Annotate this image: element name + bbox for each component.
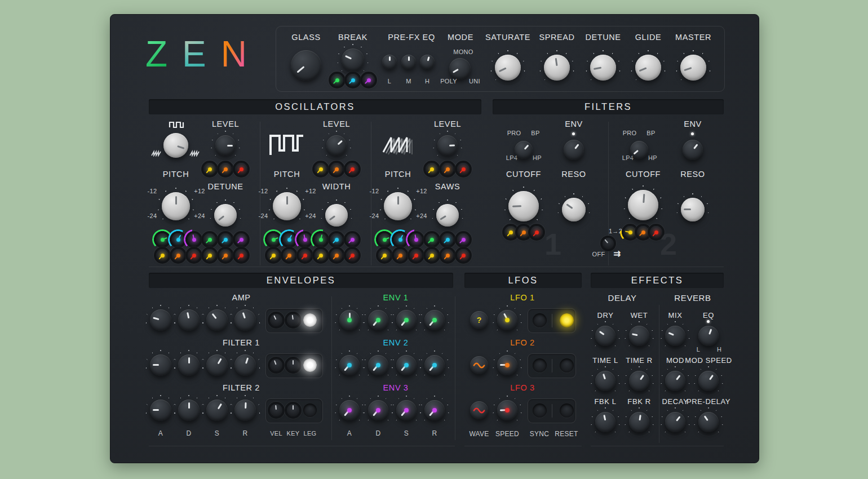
lfo3-speed-knob[interactable] bbox=[497, 400, 517, 420]
amp-decay-knob[interactable] bbox=[178, 309, 200, 331]
osc1-pitch-knob[interactable] bbox=[162, 192, 190, 220]
osc3-level-mod-red-knob[interactable] bbox=[457, 163, 470, 175]
osc2-mod-yellow-knob-1[interactable] bbox=[267, 249, 280, 261]
mode-knob[interactable] bbox=[449, 58, 471, 79]
osc3-mod-green-arc-knob[interactable] bbox=[378, 233, 391, 246]
reverb-mod-speed-knob[interactable] bbox=[698, 371, 719, 391]
filter2-cutoff-knob[interactable] bbox=[628, 190, 658, 220]
filter2-sustain-knob[interactable] bbox=[206, 400, 228, 421]
osc2-mod-yellow-knob-2[interactable] bbox=[315, 249, 327, 261]
lfo2-sync-button[interactable] bbox=[533, 358, 547, 372]
osc2-level-mod-yellow-knob[interactable] bbox=[315, 163, 327, 175]
osc2-level-mod-red-knob[interactable] bbox=[346, 163, 358, 175]
lfo1-sync-button[interactable] bbox=[533, 313, 547, 327]
filter1-env-knob[interactable] bbox=[564, 140, 584, 160]
osc3-mod-green-knob[interactable] bbox=[426, 233, 438, 246]
reverb-pre-delay-knob[interactable] bbox=[698, 412, 719, 432]
osc3-pitch-knob[interactable] bbox=[384, 192, 412, 220]
lfo3-reset-button[interactable] bbox=[560, 403, 574, 418]
osc1-level-mod-red-knob[interactable] bbox=[235, 163, 247, 175]
eq-low-knob[interactable] bbox=[382, 55, 397, 69]
env2-attack-knob[interactable] bbox=[339, 355, 360, 375]
osc1-detune-knob[interactable] bbox=[214, 204, 237, 227]
amp-release-knob[interactable] bbox=[234, 309, 256, 331]
osc3-level-mod-yellow-knob[interactable] bbox=[426, 163, 438, 175]
filter2-release-knob[interactable] bbox=[234, 400, 256, 421]
amp-attack-knob[interactable] bbox=[150, 309, 171, 331]
lfo1-wave-knob[interactable]: ? bbox=[470, 311, 488, 329]
detune-knob[interactable] bbox=[590, 55, 616, 81]
lfo2-wave-knob[interactable] bbox=[470, 356, 488, 374]
osc2-mod-orange-knob-2[interactable] bbox=[330, 249, 343, 261]
master-knob[interactable] bbox=[680, 55, 706, 81]
osc3-mod-red-knob-2[interactable] bbox=[457, 249, 470, 261]
filter1-decay-knob[interactable] bbox=[178, 354, 200, 376]
osc1-level-knob[interactable] bbox=[215, 135, 236, 156]
osc1-mod-cyan-knob[interactable] bbox=[219, 233, 232, 246]
env3-sustain-knob[interactable] bbox=[396, 400, 417, 420]
break-mod-purple-knob[interactable] bbox=[362, 74, 375, 86]
filter1-key-knob[interactable] bbox=[287, 359, 299, 371]
osc3-mod-purple-arc-knob[interactable] bbox=[410, 233, 422, 246]
osc3-mod-cyan-arc-knob[interactable] bbox=[394, 233, 406, 246]
env3-release-knob[interactable] bbox=[424, 400, 445, 420]
osc1-level-mod-orange-knob[interactable] bbox=[219, 163, 232, 175]
spread-knob[interactable] bbox=[544, 55, 570, 81]
glide-knob[interactable] bbox=[635, 55, 661, 81]
osc2-mod-purple-arc-knob[interactable] bbox=[299, 233, 311, 246]
osc2-level-knob[interactable] bbox=[326, 135, 347, 156]
amp-sustain-knob[interactable] bbox=[206, 309, 228, 331]
filter1-vel-knob[interactable] bbox=[270, 359, 282, 371]
filter2-vel-knob[interactable] bbox=[270, 404, 282, 416]
osc2-pitch-knob[interactable] bbox=[273, 192, 301, 220]
filter1-leg-button[interactable] bbox=[303, 358, 317, 372]
env1-decay-knob[interactable] bbox=[368, 310, 388, 330]
osc1-mod-purple-arc-knob[interactable] bbox=[188, 233, 200, 246]
filter1-type-knob[interactable] bbox=[515, 141, 533, 159]
eq-high-knob[interactable] bbox=[420, 55, 435, 69]
osc3-mod-yellow-knob-1[interactable] bbox=[378, 249, 391, 261]
delay-dry-knob[interactable] bbox=[595, 326, 615, 346]
filter2-type-knob[interactable] bbox=[630, 141, 648, 159]
osc2-mod-orange-knob-1[interactable] bbox=[283, 249, 295, 261]
osc1-level-mod-yellow-knob[interactable] bbox=[203, 163, 216, 175]
break-knob[interactable] bbox=[342, 48, 364, 71]
glass-knob[interactable] bbox=[291, 50, 321, 81]
osc3-mod-orange-knob-1[interactable] bbox=[394, 249, 406, 261]
reverb-eq-knob[interactable] bbox=[698, 326, 719, 346]
osc3-level-mod-orange-knob[interactable] bbox=[441, 163, 454, 175]
osc1-mod-red-knob-1[interactable] bbox=[188, 249, 200, 261]
filter1-cutoff-knob[interactable] bbox=[508, 191, 539, 221]
lfo1-reset-button[interactable] bbox=[560, 313, 574, 327]
delay-time-l-knob[interactable] bbox=[595, 371, 615, 391]
osc2-mod-cyan-knob[interactable] bbox=[330, 233, 343, 246]
env2-release-knob[interactable] bbox=[424, 355, 445, 375]
osc1-mod-cyan-arc-knob[interactable] bbox=[172, 233, 184, 246]
osc3-saws-knob[interactable] bbox=[436, 204, 459, 227]
env1-sustain-knob[interactable] bbox=[396, 310, 417, 330]
filter2-attack-knob[interactable] bbox=[150, 400, 171, 421]
osc2-mod-purple-knob[interactable] bbox=[346, 233, 358, 246]
break-mod-cyan-knob[interactable] bbox=[347, 74, 359, 86]
env2-sustain-knob[interactable] bbox=[396, 355, 417, 375]
osc2-mod-green-arc-knob[interactable] bbox=[267, 233, 280, 246]
filter1-sustain-knob[interactable] bbox=[206, 354, 228, 376]
filter2-decay-knob[interactable] bbox=[178, 400, 200, 421]
env3-decay-knob[interactable] bbox=[368, 400, 388, 420]
filter2-leg-button[interactable] bbox=[303, 403, 317, 417]
osc2-mod-red-knob-2[interactable] bbox=[346, 249, 358, 261]
saturate-knob[interactable] bbox=[495, 55, 521, 81]
osc2-mod-red-knob-1[interactable] bbox=[299, 249, 311, 261]
filter1-attack-knob[interactable] bbox=[150, 354, 171, 376]
osc1-mod-yellow-knob-2[interactable] bbox=[203, 249, 216, 261]
osc2-mod-green-knob[interactable] bbox=[315, 233, 327, 246]
env1-release-knob[interactable] bbox=[424, 310, 445, 330]
filter1-mod-red-knob[interactable] bbox=[530, 226, 543, 238]
filter2-reso-knob[interactable] bbox=[681, 198, 705, 221]
lfo3-wave-knob[interactable] bbox=[470, 401, 488, 419]
osc2-width-knob[interactable] bbox=[325, 204, 348, 227]
osc1-mod-purple-knob[interactable] bbox=[235, 233, 247, 246]
amp-key-knob[interactable] bbox=[287, 314, 299, 326]
env1-attack-knob[interactable] bbox=[339, 310, 360, 330]
lfo1-speed-knob[interactable] bbox=[497, 310, 517, 330]
